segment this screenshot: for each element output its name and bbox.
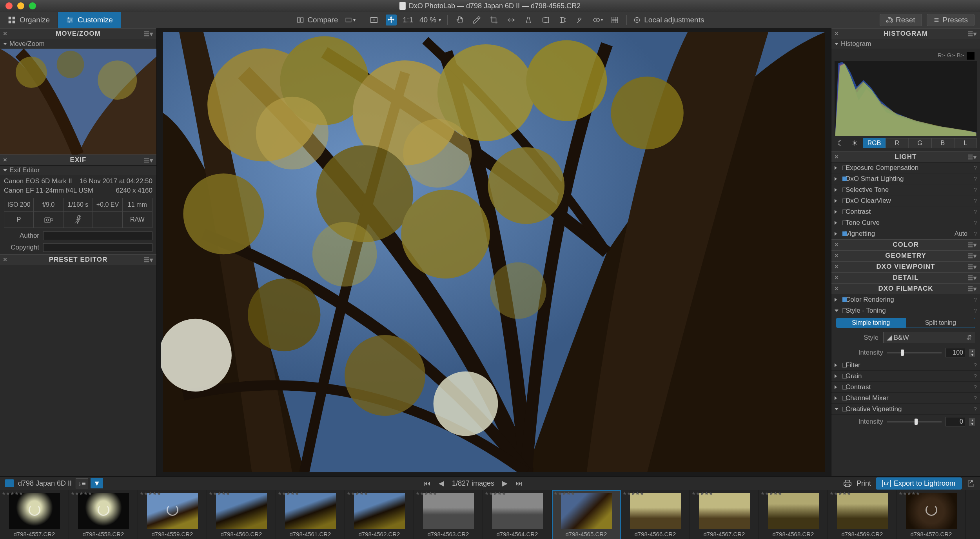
repair-tool-button[interactable] xyxy=(575,15,586,25)
rating-stars[interactable]: ★★★★★ xyxy=(829,491,851,496)
checkbox[interactable] xyxy=(842,166,847,170)
grid-overlay-button[interactable] xyxy=(609,15,620,25)
style-select[interactable]: ◢ B&W⇵ xyxy=(883,332,975,343)
filter-button[interactable]: ▼ xyxy=(91,478,103,488)
light-tone-curve[interactable]: Tone Curve? xyxy=(831,217,980,228)
panel-menu-icon[interactable]: ☰▾ xyxy=(967,263,977,271)
layout-dropdown[interactable]: ▾ xyxy=(345,15,356,25)
thumbnail[interactable]: ★★★★★d798-4567.CR2 xyxy=(690,490,759,539)
panel-menu-icon[interactable]: ☰▾ xyxy=(967,252,977,260)
checkbox[interactable] xyxy=(842,308,847,313)
rating-stars[interactable]: ★★★★★ xyxy=(554,491,575,496)
rating-stars[interactable]: ★★★★★ xyxy=(209,491,230,496)
light-exposure-compensation[interactable]: Exposure Compensation? xyxy=(831,162,980,173)
maximize-window-button[interactable] xyxy=(29,2,36,9)
panel-menu-icon[interactable]: ☰▾ xyxy=(144,256,153,264)
panel-menu-icon[interactable]: ☰▾ xyxy=(967,241,977,249)
customize-tab[interactable]: Customize xyxy=(58,12,121,28)
stepper-down[interactable]: ▾ xyxy=(969,353,975,357)
thumbnail[interactable]: ★★★★★d798-4557.CR2 xyxy=(0,490,69,539)
thumbnail[interactable]: ★★★★★d798-4568.CR2 xyxy=(759,490,828,539)
vignette-intensity-value[interactable]: 0 xyxy=(946,417,965,426)
intensity-value[interactable]: 100 xyxy=(946,348,965,357)
close-panel-icon[interactable]: × xyxy=(835,30,839,38)
presets-button[interactable]: Presets xyxy=(927,14,975,26)
thumbnail[interactable]: ★★★★★d798-4570.CR2 xyxy=(897,490,966,539)
print-button[interactable]: Print xyxy=(857,479,871,488)
rating-stars[interactable]: ★★★★★ xyxy=(485,491,506,496)
checkbox[interactable] xyxy=(842,209,847,214)
author-field[interactable] xyxy=(43,231,152,240)
thumbnail[interactable]: ★★★★★d798-4569.CR2 xyxy=(828,490,897,539)
zoom-1to1-button[interactable]: 1:1 xyxy=(403,16,413,24)
checkbox[interactable] xyxy=(842,188,847,192)
rating-stars[interactable]: ★★★★★ xyxy=(416,491,437,496)
stepper-down[interactable]: ▾ xyxy=(969,422,975,426)
rating-stars[interactable]: ★★★★★ xyxy=(622,491,644,496)
rating-stars[interactable]: ★★★★★ xyxy=(140,491,161,496)
rating-stars[interactable]: ★★★★★ xyxy=(278,491,299,496)
next-image-button[interactable]: ▶ xyxy=(502,479,508,488)
checkbox[interactable] xyxy=(842,231,847,236)
minimize-window-button[interactable] xyxy=(17,2,24,9)
close-panel-icon[interactable]: × xyxy=(835,263,839,271)
rating-stars[interactable]: ★★★★★ xyxy=(760,491,782,496)
movezoom-thumbnail[interactable] xyxy=(0,49,156,155)
panel-menu-icon[interactable]: ☰▾ xyxy=(967,153,977,161)
highlight-clip-button[interactable]: ☀ xyxy=(849,138,860,148)
perspective-rect-button[interactable] xyxy=(540,15,551,25)
light-vignetting[interactable]: VignettingAuto? xyxy=(831,228,980,239)
hand-tool-button[interactable] xyxy=(454,15,465,25)
checkbox[interactable] xyxy=(842,198,847,203)
share-icon[interactable] xyxy=(967,479,975,488)
light-dxo-smart-lighting[interactable]: DxO Smart Lighting? xyxy=(831,173,980,184)
checkbox[interactable] xyxy=(842,363,847,368)
filmpack-creative-vignetting[interactable]: Creative Vignetting? xyxy=(831,404,980,415)
checkbox[interactable] xyxy=(842,396,847,401)
close-panel-icon[interactable]: × xyxy=(3,256,7,264)
filmpack-grain[interactable]: Grain? xyxy=(831,371,980,382)
light-dxo-clearview[interactable]: DxO ClearView? xyxy=(831,195,980,206)
histogram-channel-g[interactable]: G xyxy=(908,138,931,148)
vignette-intensity-slider[interactable] xyxy=(887,421,942,422)
panel-menu-icon[interactable]: ☰▾ xyxy=(967,274,977,282)
intensity-slider[interactable] xyxy=(887,352,942,353)
rating-stars[interactable]: ★★★★★ xyxy=(347,491,368,496)
thumbnail[interactable]: ★★★★★d798-4561.CR2 xyxy=(276,490,345,539)
close-panel-icon[interactable]: × xyxy=(835,241,839,249)
copyright-field[interactable] xyxy=(43,243,152,252)
organize-tab[interactable]: Organize xyxy=(0,12,58,28)
close-panel-icon[interactable]: × xyxy=(3,156,7,164)
filmpack-style---toning[interactable]: Style - Toning? xyxy=(831,305,980,316)
toning-tab-split-toning[interactable]: Split toning xyxy=(906,318,976,328)
local-adjustments-button[interactable]: Local adjustments xyxy=(633,16,704,24)
prev-image-button[interactable]: ◀ xyxy=(439,479,444,488)
close-panel-icon[interactable]: × xyxy=(835,153,839,161)
compare-button[interactable]: Compare xyxy=(296,16,338,24)
last-image-button[interactable]: ⏭ xyxy=(515,479,523,488)
thumbnail[interactable]: ★★★★★d798-4560.CR2 xyxy=(207,490,276,539)
rating-stars[interactable]: ★★★★★ xyxy=(71,491,92,496)
histogram-subheader[interactable]: Histogram xyxy=(831,39,980,49)
panel-menu-icon[interactable]: ☰▾ xyxy=(967,30,977,38)
histogram-channel-rgb[interactable]: RGB xyxy=(863,138,886,148)
histogram-graph[interactable] xyxy=(835,61,977,136)
panel-menu-icon[interactable]: ☰▾ xyxy=(144,157,153,164)
thumbnail[interactable]: ★★★★★d798-4564.CR2 xyxy=(483,490,552,539)
shadow-clip-button[interactable]: ☾ xyxy=(835,138,846,148)
checkbox[interactable] xyxy=(842,297,847,302)
filmpack-contrast[interactable]: Contrast? xyxy=(831,382,980,393)
rating-stars[interactable]: ★★★★★ xyxy=(691,491,713,496)
filmpack-channel-mixer[interactable]: Channel Mixer? xyxy=(831,393,980,404)
close-window-button[interactable] xyxy=(5,2,13,9)
toning-tab-simple-toning[interactable]: Simple toning xyxy=(836,318,906,328)
histogram-channel-l[interactable]: L xyxy=(954,138,977,148)
light-contrast[interactable]: Contrast? xyxy=(831,206,980,217)
fit-screen-button[interactable] xyxy=(368,15,379,25)
close-panel-icon[interactable]: × xyxy=(835,274,839,282)
thumbnail[interactable]: ★★★★★d798-4565.CR2 xyxy=(552,490,621,539)
move-tool-button[interactable] xyxy=(386,15,397,25)
thumbnail[interactable]: ★★★★★d798-4559.CR2 xyxy=(138,490,207,539)
zoom-level-dropdown[interactable]: 40 %▾ xyxy=(419,16,441,24)
filmpack-color-rendering[interactable]: Color Rendering? xyxy=(831,294,980,305)
